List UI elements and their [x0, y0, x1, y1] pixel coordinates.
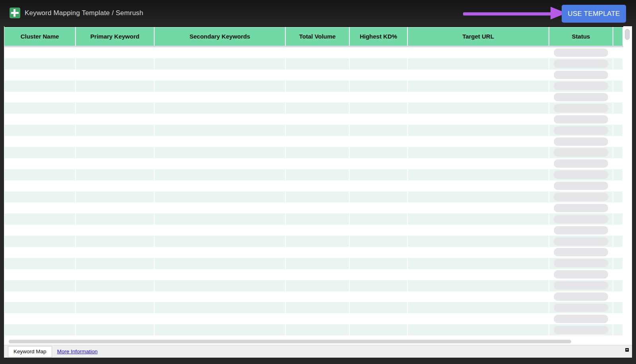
cell-primary-keyword: [76, 192, 155, 203]
cell-blank: [613, 213, 623, 225]
cell-primary-keyword: [76, 213, 155, 225]
table-row: [4, 158, 623, 169]
cell-status: [549, 125, 613, 136]
cell-blank: [613, 70, 623, 81]
cell-blank: [613, 169, 623, 180]
cell-primary-keyword: [76, 58, 155, 70]
status-pill[interactable]: [554, 215, 608, 223]
use-template-button[interactable]: USE TEMPLATE: [562, 5, 626, 23]
more-information-link[interactable]: More Information: [57, 349, 98, 354]
horizontal-scrollbar-thumb[interactable]: [9, 340, 571, 343]
cell-secondary-keywords: [155, 258, 286, 269]
cell-highest-kd: [350, 47, 408, 58]
cell-target-url: [408, 103, 549, 114]
cell-highest-kd: [350, 70, 408, 81]
status-pill[interactable]: [554, 315, 608, 323]
cell-status: [549, 192, 613, 203]
cell-target-url: [408, 58, 549, 70]
cell-highest-kd: [350, 269, 408, 280]
cell-target-url: [408, 125, 549, 136]
cell-highest-kd: [350, 225, 408, 236]
status-pill[interactable]: [554, 93, 608, 101]
table-row: [4, 58, 623, 70]
cell-highest-kd: [350, 169, 408, 180]
cell-status: [549, 313, 613, 324]
tab-keyword-map[interactable]: Keyword Map: [8, 346, 52, 357]
cell-total-volume: [286, 225, 350, 236]
cell-primary-keyword: [76, 291, 155, 302]
status-pill[interactable]: [554, 82, 608, 90]
cell-highest-kd: [350, 180, 408, 192]
status-pill[interactable]: [554, 48, 608, 57]
cell-secondary-keywords: [155, 313, 286, 324]
cell-highest-kd: [350, 125, 408, 136]
status-pill[interactable]: [554, 259, 608, 267]
status-pill[interactable]: [554, 237, 608, 246]
cell-status: [549, 236, 613, 247]
cell-blank: [613, 269, 623, 280]
status-pill[interactable]: [554, 248, 608, 256]
status-pill[interactable]: [554, 126, 608, 135]
cell-secondary-keywords: [155, 103, 286, 114]
cell-highest-kd: [350, 291, 408, 302]
status-pill[interactable]: [554, 115, 608, 124]
cell-cluster-name: [4, 147, 76, 158]
cell-blank: [613, 258, 623, 269]
cell-primary-keyword: [76, 92, 155, 103]
cell-cluster-name: [4, 213, 76, 225]
cell-secondary-keywords: [155, 147, 286, 158]
status-pill[interactable]: [554, 304, 608, 312]
cell-status: [549, 269, 613, 280]
status-pill[interactable]: [554, 326, 608, 334]
status-pill[interactable]: [554, 137, 608, 146]
column-header-target-url: Target URL: [408, 27, 549, 46]
status-pill[interactable]: [554, 292, 608, 301]
status-pill[interactable]: [554, 60, 608, 68]
status-pill[interactable]: [554, 159, 608, 168]
status-pill[interactable]: [554, 182, 608, 190]
status-pill[interactable]: [554, 170, 608, 179]
status-pill[interactable]: [554, 104, 608, 112]
table-row: [4, 236, 623, 247]
table-row: [4, 47, 623, 58]
cell-cluster-name: [4, 258, 76, 269]
table-row: [4, 202, 623, 213]
cell-secondary-keywords: [155, 202, 286, 213]
table-row: [4, 269, 623, 280]
cell-status: [549, 180, 613, 192]
status-pill[interactable]: [554, 226, 608, 234]
cell-status: [549, 81, 613, 92]
cell-blank: [613, 114, 623, 125]
tab-keyword-map-label: Keyword Map: [14, 349, 47, 354]
cell-primary-keyword: [76, 103, 155, 114]
cell-cluster-name: [4, 114, 76, 125]
status-pill[interactable]: [554, 281, 608, 290]
cell-highest-kd: [350, 147, 408, 158]
status-pill[interactable]: [554, 71, 608, 79]
table-row: [4, 136, 623, 147]
status-pill[interactable]: [554, 193, 608, 201]
cell-status: [549, 302, 613, 313]
vertical-scrollbar-thumb[interactable]: [625, 29, 630, 40]
cell-target-url: [408, 280, 549, 291]
status-pill[interactable]: [554, 270, 608, 279]
cell-status: [549, 258, 613, 269]
status-pill[interactable]: [554, 148, 608, 157]
cell-target-url: [408, 291, 549, 302]
cell-highest-kd: [350, 247, 408, 258]
cell-primary-keyword: [76, 70, 155, 81]
cell-cluster-name: [4, 269, 76, 280]
table-header-row: Cluster Name Primary Keyword Secondary K…: [4, 26, 623, 46]
status-pill[interactable]: [554, 204, 608, 212]
corner-marker-icon: [625, 348, 629, 352]
cell-total-volume: [286, 169, 350, 180]
cell-blank: [613, 302, 623, 313]
column-header-cluster-name: Cluster Name: [4, 27, 76, 46]
cell-blank: [613, 202, 623, 213]
table-row: [4, 213, 623, 225]
cell-primary-keyword: [76, 147, 155, 158]
column-header-highest-kd: Highest KD%: [350, 27, 408, 46]
cell-status: [549, 103, 613, 114]
cell-highest-kd: [350, 114, 408, 125]
cell-highest-kd: [350, 92, 408, 103]
